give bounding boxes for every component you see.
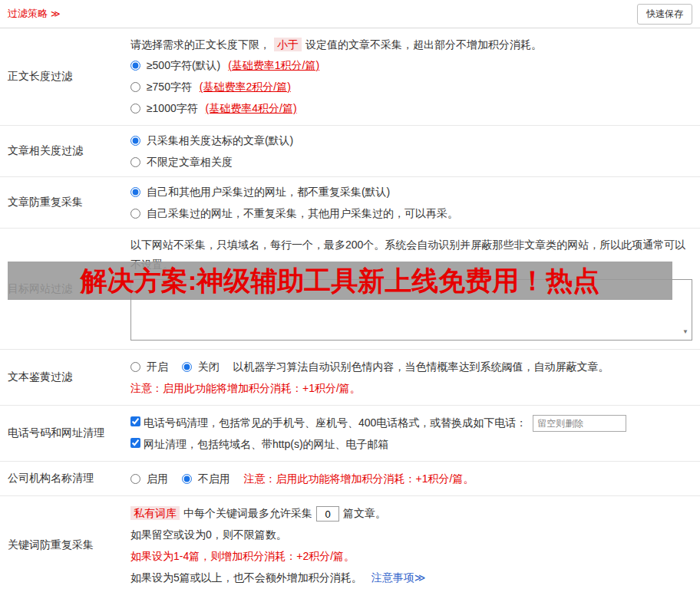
row-label-keyword-dedup: 关键词防重复采集 xyxy=(0,496,130,589)
relevance-option-any: 不限定文章相关度 xyxy=(130,151,692,173)
ad-overlay-banner[interactable]: 解决方案:神级辅助工具新上线免费用！热点 xyxy=(8,262,672,300)
keyword-note-cost: 如果设为1-4篇，则增加积分消耗：+2积分/篇。 xyxy=(130,545,692,567)
porn-option-off: 关闭 xyxy=(182,360,223,373)
chevron-double-icon: ≫ xyxy=(51,8,61,19)
length-1000-fee-note: (基础费率4积分/篇) xyxy=(206,102,297,114)
length-option-750: ≥750字符 (基础费率2积分/篇) xyxy=(130,76,692,97)
ad-overlay-text: 解决方案:神级辅助工具新上线免费用！热点 xyxy=(81,263,600,299)
keyword-limit-suffix: 篇文章。 xyxy=(343,507,386,519)
row-dedup: 文章防重复采集 自己和其他用户采集过的网址，都不重复采集(默认) 自己采集过的网… xyxy=(0,177,700,229)
row-porn-filter: 文本鉴黄过滤 开启 关闭 以机器学习算法自动识别色情内容，当色情概率达到系统阈值… xyxy=(0,350,700,406)
row-content-length: 正文长度过滤 请选择需求的正文长度下限，小于设定值的文章不采集，超出部分不增加积… xyxy=(0,28,700,126)
relevance-any-radio[interactable] xyxy=(130,157,140,167)
company-cost-note: 注意：启用此功能将增加积分消耗：+1积分/篇。 xyxy=(244,472,474,485)
relevance-strict-label: 只采集相关度达标的文章(默认) xyxy=(147,134,293,146)
length-1000-radio[interactable] xyxy=(130,104,140,114)
row-relevance: 文章相关度过滤 只采集相关度达标的文章(默认) 不限定文章相关度 xyxy=(0,126,700,177)
private-thesaurus-link[interactable]: 私有词库 xyxy=(130,506,180,520)
porn-off-label: 关闭 xyxy=(198,360,220,373)
length-750-radio[interactable] xyxy=(130,82,140,92)
notice-link[interactable]: 注意事项≫ xyxy=(371,571,426,584)
page-header: 过滤策略≫ 快速保存 xyxy=(0,0,700,28)
notice-link-text: 注意事项 xyxy=(371,571,414,584)
row-label-dedup: 文章防重复采集 xyxy=(0,177,130,228)
length-500-radio[interactable] xyxy=(130,61,140,71)
length-option-1000: ≥1000字符 (基础费率4积分/篇) xyxy=(130,97,692,119)
dedup-self-only-label: 自己采集过的网址，不重复采集，其他用户采集过的，可以再采。 xyxy=(147,207,458,219)
row-label-porn-filter: 文本鉴黄过滤 xyxy=(0,350,130,405)
company-disable-label: 不启用 xyxy=(198,472,230,485)
dedup-self-only-radio[interactable] xyxy=(130,209,140,219)
dedup-all-users-radio[interactable] xyxy=(130,187,140,197)
row-keyword-dedup: 关键词防重复采集 私有词库中每个关键词最多允许采集篇文章。 如果留空或设为0，则… xyxy=(0,496,700,589)
content-length-intro: 请选择需求的正文长度下限，小于设定值的文章不采集，超出部分不增加积分消耗。 xyxy=(130,35,692,54)
length-option-500: ≥500字符(默认) (基础费率1积分/篇) xyxy=(130,54,692,76)
dedup-all-users-label: 自己和其他用户采集过的网址，都不重复采集(默认) xyxy=(147,186,390,198)
keyword-limit-text: 中每个关键词最多允许采集 xyxy=(183,507,312,519)
quick-save-button[interactable]: 快速保存 xyxy=(637,4,692,25)
porn-option-on: 开启 xyxy=(130,360,171,373)
row-label-phone-url: 电话号码和网址清理 xyxy=(0,406,130,461)
page-title[interactable]: 过滤策略≫ xyxy=(8,7,61,21)
porn-filter-cost-note: 注意：启用此功能将增加积分消耗：+1积分/篇。 xyxy=(130,377,692,399)
length-750-fee-note: (基础费率2积分/篇) xyxy=(200,81,291,93)
length-750-label: ≥750字符 xyxy=(147,81,192,93)
url-cleanup-checkbox[interactable] xyxy=(130,438,140,448)
relevance-option-strict: 只采集相关度达标的文章(默认) xyxy=(130,130,692,151)
intro-post: 设定值的文章不采集，超出部分不增加积分消耗。 xyxy=(305,38,542,51)
company-disable-radio[interactable] xyxy=(182,474,192,484)
company-option-disable: 不启用 xyxy=(182,472,233,485)
phone-cleanup-label: 电话号码清理，包括常见的手机号、座机号、400电话格式，或替换成如下电话： xyxy=(144,416,527,429)
relevance-any-label: 不限定文章相关度 xyxy=(147,156,233,168)
url-cleanup-label: 网址清理，包括纯域名、带http(s)的网址、电子邮箱 xyxy=(144,438,389,450)
notice-link-arrow-icon: ≫ xyxy=(414,571,426,584)
intro-pre: 请选择需求的正文长度下限， xyxy=(130,38,270,51)
phone-cleanup-option: 电话号码清理，包括常见的手机号、座机号、400电话格式，或替换成如下电话： xyxy=(130,416,530,429)
relevance-strict-radio[interactable] xyxy=(130,136,140,146)
porn-filter-desc: 以机器学习算法自动识别色情内容，当色情概率达到系统阈值，自动屏蔽文章。 xyxy=(233,360,609,373)
keyword-limit-input[interactable] xyxy=(316,506,339,522)
company-option-enable: 启用 xyxy=(130,472,171,485)
url-cleanup-option: 网址清理，包括纯域名、带http(s)的网址、电子邮箱 xyxy=(130,438,389,450)
porn-on-label: 开启 xyxy=(147,360,168,373)
length-500-fee-note: (基础费率1积分/篇) xyxy=(228,59,319,71)
phone-cleanup-checkbox[interactable] xyxy=(130,416,140,426)
row-label-company-cleanup: 公司机构名称清理 xyxy=(0,462,130,495)
company-enable-label: 启用 xyxy=(147,472,168,485)
dedup-option-all-users: 自己和其他用户采集过的网址，都不重复采集(默认) xyxy=(130,181,692,202)
dedup-option-self-only: 自己采集过的网址，不重复采集，其他用户采集过的，可以再采。 xyxy=(130,202,692,224)
keyword-note-zero: 如果留空或设为0，则不限篇数。 xyxy=(130,524,692,545)
porn-on-radio[interactable] xyxy=(130,362,140,372)
row-phone-url: 电话号码和网址清理 电话号码清理，包括常见的手机号、座机号、400电话格式，或替… xyxy=(0,406,700,462)
length-1000-label: ≥1000字符 xyxy=(147,102,198,114)
row-company-cleanup: 公司机构名称清理 启用 不启用 注意：启用此功能将增加积分消耗：+1积分/篇。 xyxy=(0,462,700,496)
replacement-phone-input[interactable] xyxy=(533,415,626,432)
row-label-content-length: 正文长度过滤 xyxy=(0,28,130,125)
keyword-note-five: 如果设为5篇或以上，也不会额外增加积分消耗。 xyxy=(130,571,362,584)
row-label-relevance: 文章相关度过滤 xyxy=(0,126,130,176)
company-enable-radio[interactable] xyxy=(130,474,140,484)
length-500-label: ≥500字符(默认) xyxy=(147,59,220,71)
intro-highlight: 小于 xyxy=(274,38,302,51)
page-title-text: 过滤策略 xyxy=(8,8,48,19)
porn-off-radio[interactable] xyxy=(182,362,192,372)
